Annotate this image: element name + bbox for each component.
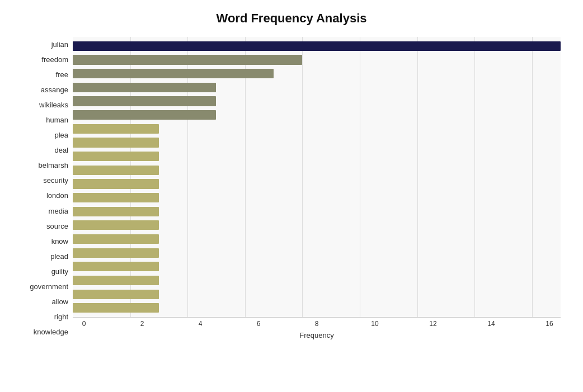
bar	[73, 110, 216, 120]
y-axis-label: julian	[51, 41, 68, 48]
bar	[73, 220, 159, 230]
bar	[73, 179, 159, 188]
bar	[73, 303, 159, 313]
y-axis-label: media	[49, 207, 68, 215]
x-tick-label: 12	[422, 320, 444, 328]
y-axis-label: human	[46, 116, 68, 124]
y-axis-label: free	[56, 71, 68, 78]
bar	[73, 55, 302, 64]
x-axis-title: Frequency	[73, 331, 561, 339]
bars-wrapper	[73, 37, 561, 317]
bar	[73, 96, 216, 106]
bar	[73, 262, 159, 271]
bar	[73, 234, 159, 244]
y-axis: julianfreedomfreeassangewikileakshumanpl…	[22, 37, 73, 339]
x-tick-label: 14	[480, 320, 502, 328]
bar-row	[73, 67, 561, 81]
bar-row	[73, 149, 561, 163]
bar-row	[73, 273, 561, 287]
y-axis-label: security	[43, 177, 68, 184]
chart-area: julianfreedomfreeassangewikileakshumanpl…	[22, 37, 561, 339]
bar	[73, 290, 159, 299]
y-axis-label: freedom	[41, 56, 68, 63]
y-axis-label: knowledge	[34, 328, 68, 336]
bar-row	[73, 191, 561, 205]
x-tick-label: 2	[131, 320, 153, 328]
bar-row	[73, 53, 561, 67]
bar	[73, 138, 159, 147]
y-axis-label: guilty	[51, 268, 68, 275]
y-axis-label: government	[30, 283, 68, 290]
y-axis-label: london	[46, 192, 68, 199]
x-tick-label: 16	[538, 320, 561, 328]
y-axis-label: deal	[54, 147, 68, 154]
y-axis-label: plead	[50, 253, 68, 260]
bar-row	[73, 246, 561, 260]
bar-row	[73, 287, 561, 301]
bar	[73, 276, 159, 285]
bar-row	[73, 205, 561, 219]
y-axis-label: wikileaks	[39, 101, 68, 108]
chart-container: Word Frequency Analysis julianfreedomfre…	[0, 0, 583, 392]
bar	[73, 193, 159, 202]
bar	[73, 124, 159, 134]
y-axis-label: belmarsh	[39, 162, 68, 169]
x-axis: 0246810121416	[73, 318, 561, 328]
bar-row	[73, 163, 561, 177]
y-axis-label: allow	[51, 298, 68, 305]
bar-row	[73, 136, 561, 150]
x-tick-label: 6	[247, 320, 270, 328]
x-tick-label: 10	[364, 320, 386, 328]
y-axis-label: assange	[41, 86, 68, 93]
bar-row	[73, 219, 561, 233]
chart-title: Word Frequency Analysis	[22, 11, 561, 26]
bar-row	[73, 108, 561, 122]
y-axis-label: source	[46, 223, 68, 230]
bar-row	[73, 81, 561, 95]
bar	[73, 41, 561, 51]
bar-row	[73, 95, 561, 108]
bar-row	[73, 232, 561, 246]
bar-row	[73, 301, 561, 315]
y-axis-label: know	[51, 238, 68, 245]
x-tick-label: 4	[189, 320, 211, 328]
bar-row	[73, 39, 561, 53]
bar	[73, 69, 274, 78]
y-axis-label: right	[54, 313, 68, 320]
plot-area: 0246810121416 Frequency	[73, 37, 561, 339]
bar	[73, 83, 216, 92]
grid-and-bars	[73, 37, 561, 318]
bar	[73, 152, 159, 161]
x-tick-label: 0	[73, 320, 95, 328]
bar-row	[73, 177, 561, 191]
x-tick-label: 8	[305, 320, 328, 328]
bar-row	[73, 122, 561, 136]
bar	[73, 166, 159, 175]
bar-row	[73, 260, 561, 274]
bar	[73, 248, 159, 258]
y-axis-label: plea	[54, 131, 68, 139]
bar	[73, 207, 159, 216]
